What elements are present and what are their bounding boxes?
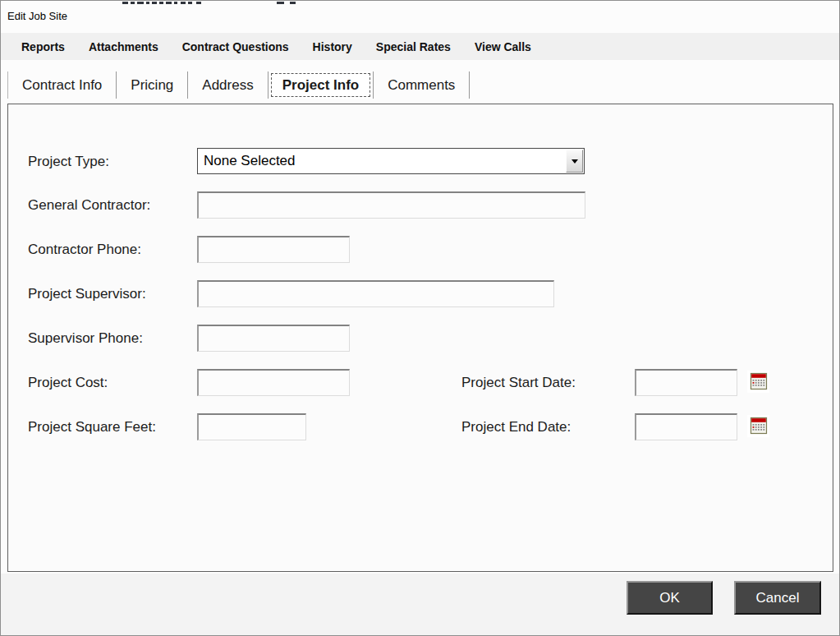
project-start-date-input[interactable] [635, 369, 737, 396]
menu-item-attachments[interactable]: Attachments [89, 40, 158, 53]
project-supervisor-label: Project Supervisor: [28, 280, 146, 308]
calendar-icon [749, 416, 769, 436]
supervisor-phone-input[interactable] [197, 325, 350, 352]
menu-item-reports[interactable]: Reports [21, 40, 65, 53]
edit-job-site-dialog: Edit Job Site Reports Attachments Contra… [0, 0, 840, 636]
project-square-feet-input[interactable] [197, 413, 306, 440]
general-contractor-label: General Contractor: [28, 191, 150, 219]
calendar-icon [749, 371, 769, 391]
project-end-date-label: Project End Date: [461, 413, 571, 441]
contractor-phone-input[interactable] [197, 236, 350, 263]
project-type-combobox[interactable]: None Selected [197, 148, 585, 174]
menu-item-contract-questions[interactable]: Contract Questions [182, 40, 289, 53]
project-supervisor-input[interactable] [197, 280, 554, 307]
tab-address[interactable]: Address [188, 71, 268, 99]
contractor-phone-label: Contractor Phone: [28, 236, 141, 264]
ok-button[interactable]: OK [627, 581, 713, 615]
cancel-button[interactable]: Cancel [734, 581, 821, 615]
chevron-down-icon [571, 159, 578, 164]
supervisor-phone-label: Supervisor Phone: [28, 325, 143, 353]
project-start-date-picker-button[interactable] [747, 371, 769, 393]
tab-strip: Contract Info Pricing Address Project In… [7, 71, 470, 99]
menu-item-view-calls[interactable]: View Calls [475, 40, 531, 53]
menu-item-special-rates[interactable]: Special Rates [376, 40, 451, 53]
tab-contract-info[interactable]: Contract Info [7, 71, 117, 99]
menu-item-history[interactable]: History [313, 40, 352, 53]
general-contractor-input[interactable] [197, 191, 585, 219]
project-cost-label: Project Cost: [28, 369, 108, 397]
project-type-selected-value: None Selected [204, 149, 296, 173]
tab-project-info[interactable]: Project Info [269, 71, 374, 99]
menu-bar: Reports Attachments Contract Questions H… [1, 33, 839, 60]
project-square-feet-label: Project Square Feet: [28, 413, 156, 441]
combo-dropdown-button[interactable] [566, 150, 583, 173]
project-type-label: Project Type: [28, 148, 109, 176]
project-end-date-picker-button[interactable] [747, 415, 769, 437]
tab-pricing[interactable]: Pricing [117, 71, 188, 99]
tab-comments[interactable]: Comments [374, 71, 470, 99]
dialog-footer: OK Cancel [1, 574, 839, 636]
project-cost-input[interactable] [197, 369, 350, 396]
project-start-date-label: Project Start Date: [461, 369, 576, 397]
dialog-title: Edit Job Site [7, 10, 67, 22]
project-end-date-input[interactable] [635, 413, 737, 440]
project-info-tab-page: Project Type: None Selected General Cont… [7, 104, 833, 572]
